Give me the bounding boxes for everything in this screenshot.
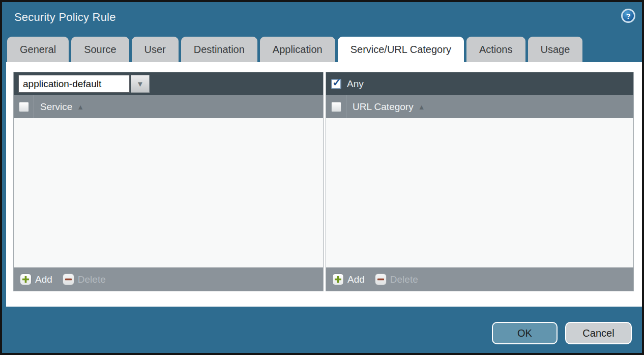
service-delete-button[interactable]: Delete <box>63 274 106 285</box>
tab-actions[interactable]: Actions <box>466 37 525 62</box>
url-category-delete-button[interactable]: Delete <box>375 274 418 285</box>
url-category-header-check-cell <box>326 95 346 118</box>
security-policy-rule-dialog: Security Policy Rule ? General Source Us… <box>0 0 644 355</box>
dialog-title: Security Policy Rule <box>14 11 116 24</box>
service-header-check-cell <box>14 95 34 118</box>
sort-asc-icon: ▲ <box>77 103 84 111</box>
any-checkbox[interactable]: ✓ <box>331 79 341 89</box>
plus-icon <box>332 274 344 285</box>
tab-user[interactable]: User <box>132 37 179 62</box>
tab-content-area: ▼ Service ▲ Add <box>6 62 642 307</box>
service-table-header: Service ▲ <box>14 95 323 118</box>
url-category-panel-toolbar: ✓ Any <box>326 72 633 95</box>
service-type-dropdown-input[interactable] <box>18 75 130 93</box>
minus-icon <box>375 274 387 285</box>
plus-icon <box>20 274 32 285</box>
service-add-label: Add <box>35 274 52 285</box>
chevron-down-icon: ▼ <box>136 80 144 88</box>
tab-source[interactable]: Source <box>71 37 129 62</box>
service-delete-label: Delete <box>78 274 106 285</box>
service-select-all-checkbox[interactable] <box>19 102 29 112</box>
service-table-body[interactable] <box>14 118 323 267</box>
sort-asc-icon: ▲ <box>418 103 425 111</box>
minus-icon <box>63 274 74 285</box>
any-checkbox-group: ✓ Any <box>331 78 364 90</box>
service-column-header[interactable]: Service ▲ <box>34 101 84 113</box>
tab-service-url-category[interactable]: Service/URL Category <box>338 37 464 62</box>
ok-button[interactable]: OK <box>492 322 558 344</box>
any-label: Any <box>347 78 364 90</box>
url-category-select-all-checkbox[interactable] <box>331 102 341 112</box>
checkmark-icon: ✓ <box>332 76 341 89</box>
tab-general[interactable]: General <box>7 37 69 62</box>
url-category-add-label: Add <box>347 274 365 285</box>
tab-application[interactable]: Application <box>260 37 335 62</box>
url-category-column-label: URL Category <box>353 101 414 113</box>
service-add-button[interactable]: Add <box>20 274 52 285</box>
url-category-column-header[interactable]: URL Category ▲ <box>346 101 425 113</box>
help-icon[interactable]: ? <box>621 9 635 23</box>
url-category-add-button[interactable]: Add <box>332 274 365 285</box>
cancel-button[interactable]: Cancel <box>565 322 632 344</box>
service-type-dropdown-button[interactable]: ▼ <box>131 75 150 93</box>
url-category-table-body[interactable] <box>326 118 633 267</box>
url-category-panel-footer: Add Delete <box>326 267 633 291</box>
service-panel-footer: Add Delete <box>14 267 323 291</box>
url-category-table-header: URL Category ▲ <box>326 95 633 118</box>
tab-destination[interactable]: Destination <box>181 37 257 62</box>
service-panel-toolbar: ▼ <box>14 72 323 95</box>
tab-usage[interactable]: Usage <box>528 37 583 62</box>
url-category-panel: ✓ Any URL Category ▲ <box>326 72 634 291</box>
service-panel: ▼ Service ▲ Add <box>13 72 324 291</box>
url-category-delete-label: Delete <box>390 274 418 285</box>
service-column-label: Service <box>40 101 72 113</box>
tab-bar: General Source User Destination Applicat… <box>7 37 582 62</box>
